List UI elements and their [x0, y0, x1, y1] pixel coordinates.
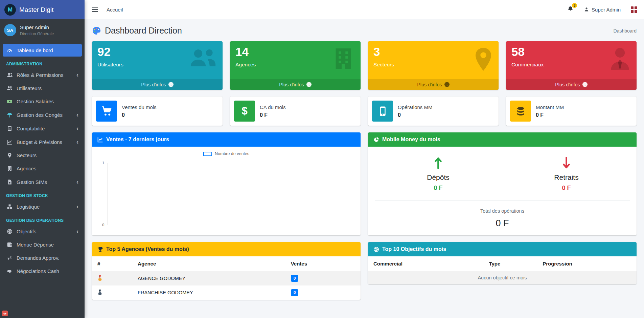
- money-icon: [6, 99, 13, 104]
- column-header-progression: Progression: [537, 256, 637, 271]
- map-marker-icon: [474, 47, 493, 73]
- mobile-money-card: Mobile Money du mois Dépôts 0 F Retrai: [368, 132, 637, 235]
- top-agencies-title: Top 5 Agences (Ventes du mois): [106, 246, 189, 252]
- sidebar-item-gestion-salaires[interactable]: Gestion Salaires: [3, 95, 82, 108]
- fullscreen-grid-icon[interactable]: [631, 6, 637, 13]
- users-icon: [189, 47, 217, 70]
- legend-label: Nombre de ventes: [215, 151, 249, 156]
- sidebar-item-label: Menue Dépense: [17, 242, 54, 248]
- sidebar-item-budget-previsions[interactable]: Budget & Prévisions ‹: [3, 135, 82, 148]
- small-box-commerciaux: 58 Commerciaux Plus d'infos →: [506, 41, 637, 90]
- user-roles-icon: [6, 72, 13, 78]
- palette-icon: [92, 26, 101, 35]
- brand-logo: M: [4, 4, 16, 16]
- arrow-circle-right-icon: →: [168, 82, 174, 87]
- brand-link[interactable]: M Master Digit: [0, 0, 85, 19]
- page-title-text: Dashboard Direction: [105, 26, 182, 36]
- page-title: Dashboard Direction: [92, 26, 182, 36]
- notifications-button[interactable]: 3: [567, 6, 574, 13]
- hamburger-menu-icon[interactable]: [91, 5, 98, 14]
- mobile-money-grid: Dépôts 0 F Retraits 0 F: [374, 157, 630, 192]
- sidebar-item-label: Utilisateurs: [17, 85, 42, 91]
- avatar[interactable]: SA: [4, 24, 16, 36]
- mobile-money-title: Mobile Money du mois: [382, 136, 440, 143]
- sidebar-item-negociations-cash[interactable]: Négociations Cash: [3, 265, 82, 277]
- deposits-label: Dépôts: [374, 173, 502, 182]
- boxes-icon: [6, 204, 13, 210]
- sidebar-item-roles-permissions[interactable]: Rôles & Permissions ‹: [3, 68, 82, 81]
- sidebar-item-utilisateurs[interactable]: Utilisateurs: [3, 82, 82, 94]
- info-box-value: 0 F: [260, 112, 286, 118]
- brand-name: Master Digit: [19, 6, 53, 14]
- column-header-agency: Agence: [132, 256, 285, 271]
- sidebar-item-tableau-de-bord[interactable]: Tableau de bord: [3, 44, 82, 57]
- building-icon: [6, 166, 13, 171]
- user-name[interactable]: Super Admin: [20, 24, 54, 30]
- top-objectives-card: Top 10 Objectifs du mois Commercial Type…: [368, 242, 637, 284]
- empty-message: Aucun objectif ce mois: [368, 271, 637, 284]
- coins-icon: [510, 101, 531, 122]
- navbar-user-name: Super Admin: [592, 7, 621, 13]
- content: Dashboard Direction Dashboard 92 Utilisa…: [85, 19, 644, 318]
- top-objectives-header: Top 10 Objectifs du mois: [368, 242, 637, 256]
- chart-line-icon: [6, 139, 13, 145]
- y-axis-tick: 0: [102, 223, 104, 227]
- agency-name: AGENCE GODOMEY: [132, 271, 285, 286]
- chevron-left-icon: ‹: [76, 139, 78, 145]
- sidebar-item-comptabilite[interactable]: Comptabilité ‹: [3, 122, 82, 135]
- top-agencies-header: Top 5 Agences (Ventes du mois): [92, 242, 361, 256]
- sidebar: M Master Digit SA Super Admin Direction …: [0, 0, 85, 318]
- sidebar-item-gestion-sims[interactable]: Gestion SIMs ‹: [3, 175, 82, 188]
- small-box-agences: 14 Agences Plus d'infos →: [230, 41, 361, 90]
- nav-link-accueil[interactable]: Accueil: [107, 7, 123, 13]
- info-box-value: 0 F: [536, 112, 564, 118]
- sidebar-item-logistique[interactable]: Logistique ‹: [3, 200, 82, 213]
- gold-medal-icon: [97, 275, 127, 282]
- building-icon: [331, 47, 355, 71]
- sales-chart-body: Nombre de ventes 1 0: [92, 147, 361, 235]
- charts-row: Ventes - 7 derniers jours Nombre de vent…: [92, 132, 637, 235]
- more-info-label: Plus d'infos: [555, 82, 580, 87]
- sidebar-item-label: Secteurs: [17, 152, 37, 158]
- small-box-footer-link[interactable]: Plus d'infos →: [92, 79, 223, 90]
- legend-swatch: [203, 152, 212, 156]
- sidebar-item-menue-depense[interactable]: Menue Dépense: [3, 238, 82, 251]
- arrow-circle-right-icon: →: [582, 82, 588, 87]
- sidebar-item-label: Agences: [17, 166, 36, 171]
- small-box-footer-link[interactable]: Plus d'infos →: [368, 79, 499, 90]
- chevron-left-icon: ‹: [76, 112, 78, 118]
- sidebar-item-agences[interactable]: Agences: [3, 162, 82, 175]
- deposits-block: Dépôts 0 F: [374, 157, 502, 192]
- sidebar-item-label: Comptabilité: [17, 126, 45, 131]
- dollar-icon: $: [234, 101, 255, 122]
- info-box-text: Opérations MM 0: [398, 104, 433, 118]
- sidebar-item-gestion-conges[interactable]: Gestion des Congés ‹: [3, 108, 82, 121]
- debugbar-icon[interactable]: [2, 310, 8, 317]
- wallet-icon: [6, 242, 13, 248]
- top-objectives-title: Top 10 Objectifs du mois: [382, 246, 446, 252]
- arrow-up-icon: [434, 157, 443, 169]
- sales-badge: 0: [291, 275, 299, 282]
- sidebar-item-secteurs[interactable]: Secteurs: [3, 149, 82, 162]
- user-menu[interactable]: Super Admin: [584, 7, 621, 13]
- table-header-row: Commercial Type Progression: [368, 256, 637, 271]
- app-wrapper: M Master Digit SA Super Admin Direction …: [0, 0, 644, 318]
- small-box-footer-link[interactable]: Plus d'infos →: [230, 79, 361, 90]
- info-box-label: Montant MM: [536, 104, 564, 110]
- sidebar-item-label: Rôles & Permissions: [17, 72, 63, 78]
- sidebar-item-objectifs[interactable]: Objectifs ‹: [3, 225, 82, 238]
- chevron-left-icon: ‹: [76, 125, 78, 131]
- sales-chart-card: Ventes - 7 derniers jours Nombre de vent…: [92, 132, 361, 235]
- pie-chart-icon: [373, 137, 379, 143]
- chart-legend[interactable]: Nombre de ventes: [98, 151, 354, 156]
- content-header: Dashboard Direction Dashboard: [92, 26, 637, 36]
- info-box-label: Ventes du mois: [122, 104, 157, 110]
- arrow-down-icon: [562, 157, 571, 169]
- sidebar-item-demandes-approv[interactable]: Demandes Approv.: [3, 252, 82, 264]
- small-box-footer-link[interactable]: Plus d'infos →: [506, 79, 637, 90]
- info-box-text: CA du mois 0 F: [260, 104, 286, 118]
- sidebar-section-gestion-des-operations: GESTION DES OPERATIONS: [3, 214, 82, 225]
- info-box-text: Ventes du mois 0: [122, 104, 157, 118]
- user-panel: SA Super Admin Direction Générale: [0, 19, 85, 41]
- info-box-label: CA du mois: [260, 104, 286, 110]
